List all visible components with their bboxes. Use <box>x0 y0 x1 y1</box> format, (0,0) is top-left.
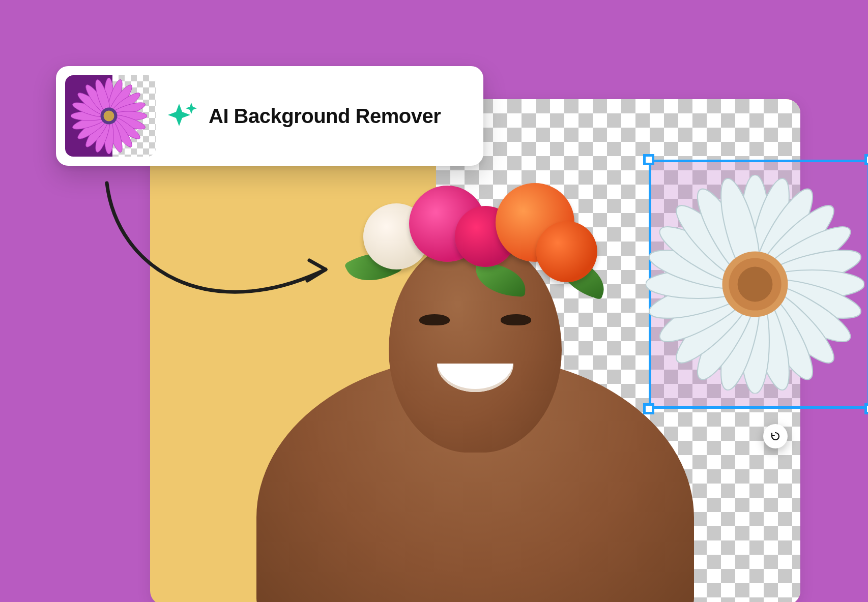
tool-thumbnail <box>65 75 156 157</box>
rotate-ccw-icon <box>769 430 782 442</box>
svg-point-21 <box>104 111 114 122</box>
selection-box[interactable] <box>649 160 868 409</box>
selection-handle-bottom-right[interactable] <box>864 403 868 414</box>
stage: AI Background Remover <box>0 0 868 602</box>
selection-handle-top-right[interactable] <box>864 154 868 165</box>
selection-handle-top-left[interactable] <box>643 154 654 165</box>
sparkle-icon <box>167 101 197 131</box>
white-daisy-image[interactable] <box>646 175 864 394</box>
rotate-button[interactable] <box>763 424 788 448</box>
selection-handle-bottom-left[interactable] <box>643 403 654 414</box>
ai-background-remover-card[interactable]: AI Background Remover <box>56 66 483 166</box>
tool-title: AI Background Remover <box>209 105 441 128</box>
svg-point-48 <box>737 267 772 302</box>
pink-daisy-icon <box>71 78 147 154</box>
flower-crown <box>343 175 607 303</box>
